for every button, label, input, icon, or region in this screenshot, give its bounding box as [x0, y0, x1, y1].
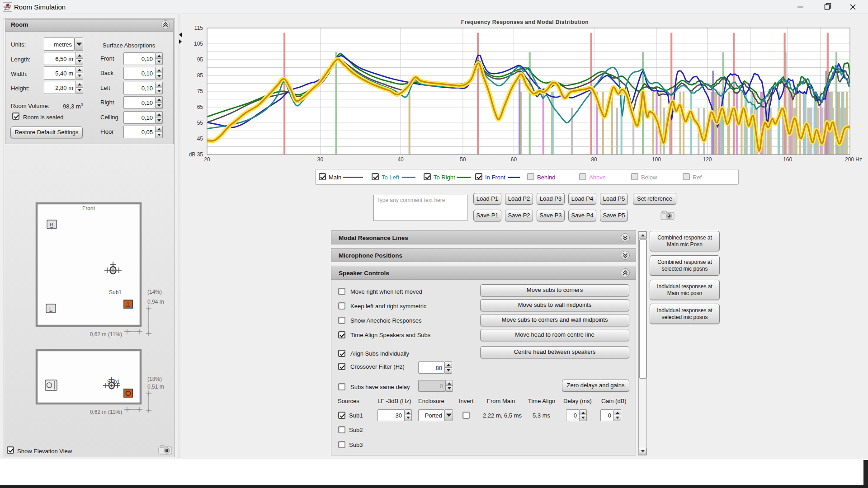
- svg-text:200 Hz: 200 Hz: [845, 156, 862, 163]
- svg-text:dB 35: dB 35: [189, 151, 203, 158]
- svg-text:60: 60: [511, 156, 517, 163]
- svg-text:65: 65: [197, 104, 203, 110]
- svg-text:30: 30: [317, 156, 324, 163]
- svg-text:50: 50: [460, 156, 466, 163]
- svg-text:75: 75: [197, 88, 203, 94]
- svg-text:Frequency Responses and Modal: Frequency Responses and Modal Distributi…: [461, 19, 589, 25]
- svg-text:85: 85: [197, 72, 203, 79]
- svg-text:45: 45: [197, 136, 203, 142]
- svg-text:105: 105: [194, 41, 203, 47]
- svg-text:40: 40: [397, 156, 404, 163]
- svg-text:160: 160: [783, 156, 792, 163]
- svg-text:115: 115: [194, 25, 203, 31]
- svg-text:120: 120: [703, 156, 712, 163]
- svg-text:20: 20: [204, 156, 210, 163]
- svg-text:95: 95: [197, 56, 203, 63]
- svg-text:55: 55: [197, 120, 203, 126]
- svg-text:100: 100: [652, 156, 661, 163]
- svg-text:80: 80: [591, 156, 597, 163]
